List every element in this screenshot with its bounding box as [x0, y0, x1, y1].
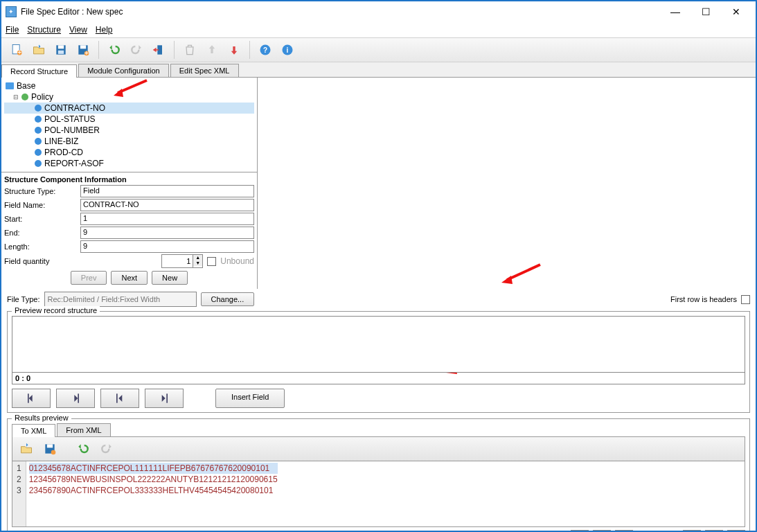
- menu-help[interactable]: Help: [96, 25, 113, 35]
- tree-policy[interactable]: ⊟Policy: [4, 91, 254, 103]
- list-icon[interactable]: [615, 530, 633, 531]
- left-pane: Base ⊟Policy CONTRACT-NO POL-STATUS POL-…: [1, 78, 258, 289]
- info-icon[interactable]: i: [278, 40, 297, 60]
- start-value[interactable]: 1: [80, 213, 254, 225]
- code-line[interactable]: 234567890ACTINFRCEPOL333333HELTHV4545454…: [29, 485, 278, 496]
- main-toolbar: + + ? i: [1, 37, 756, 62]
- annotation-arrow: [500, 263, 542, 284]
- sample-editor[interactable]: 123 012345678ACTINFRCEPOL111111LIFEPB676…: [12, 461, 745, 527]
- validate-icon[interactable]: [571, 530, 589, 531]
- tree-field[interactable]: LINE-BIZ: [4, 136, 254, 147]
- svg-text:i: i: [287, 46, 289, 54]
- save-as-icon[interactable]: +: [73, 40, 93, 60]
- move-up-result-icon[interactable]: [705, 530, 723, 531]
- next-record-button[interactable]: [56, 389, 95, 408]
- open-sample-icon[interactable]: [17, 439, 36, 459]
- change-button[interactable]: Change...: [201, 292, 255, 306]
- undo-icon[interactable]: [105, 40, 124, 60]
- next-field-button[interactable]: [145, 389, 184, 408]
- copy-icon[interactable]: [593, 530, 611, 531]
- length-value[interactable]: 9: [80, 240, 254, 253]
- svg-rect-15: [28, 393, 29, 402]
- qty-spinner[interactable]: ▲▼: [161, 254, 203, 268]
- tab-module-config[interactable]: Module Configuration: [78, 64, 169, 77]
- undo-sample-icon[interactable]: [73, 439, 93, 459]
- exit-icon[interactable]: [149, 40, 168, 60]
- preview-legend: Preview record structure: [12, 306, 100, 314]
- new-file-icon[interactable]: +: [7, 40, 26, 60]
- redo-icon[interactable]: [127, 40, 146, 60]
- tree-field[interactable]: PROD-CD: [4, 147, 254, 158]
- field-icon: [35, 149, 42, 156]
- tab-to-xml[interactable]: To XML: [12, 424, 55, 437]
- svg-rect-16: [78, 393, 79, 402]
- maximize-button[interactable]: ☐: [691, 2, 721, 21]
- results-legend: Results preview: [12, 414, 71, 422]
- tab-edit-spec-xml[interactable]: Edit Spec XML: [170, 64, 239, 77]
- svg-text:+: +: [84, 49, 89, 57]
- delete-icon[interactable]: [180, 40, 199, 60]
- blank-button[interactable]: [727, 530, 745, 531]
- help-icon[interactable]: ?: [256, 40, 275, 60]
- tree-field[interactable]: POL-NUMBER: [4, 125, 254, 136]
- save-icon[interactable]: [51, 40, 71, 60]
- save-sample-icon[interactable]: [40, 439, 60, 459]
- move-down-result-icon[interactable]: [683, 530, 701, 531]
- unbound-checkbox[interactable]: [207, 257, 216, 266]
- insert-field-button[interactable]: Insert Field: [215, 389, 285, 408]
- next-button[interactable]: Next: [111, 271, 148, 285]
- tree-root[interactable]: Base: [4, 80, 254, 91]
- svg-rect-17: [116, 393, 118, 402]
- structure-component-info: Structure Component Information Structur…: [1, 172, 257, 289]
- move-down-icon[interactable]: [224, 40, 244, 60]
- tree-label: Policy: [31, 92, 53, 102]
- tree-label: Base: [17, 81, 35, 91]
- spinner-up-icon[interactable]: ▲: [193, 255, 202, 260]
- field-icon: [35, 127, 42, 134]
- move-up-icon[interactable]: [202, 40, 222, 60]
- name-value[interactable]: CONTRACT-NO: [80, 199, 254, 211]
- filetype-input: [44, 292, 197, 307]
- first-row-checkbox[interactable]: [741, 295, 750, 304]
- sci-title: Structure Component Information: [4, 174, 254, 185]
- open-file-icon[interactable]: [29, 40, 48, 60]
- svg-rect-5: [58, 51, 64, 54]
- prev-field-button[interactable]: [100, 389, 139, 408]
- prev-button[interactable]: Prev: [71, 271, 107, 285]
- tab-record-structure[interactable]: Record Structure: [1, 64, 77, 78]
- tree-label: PROD-CD: [44, 148, 83, 157]
- tree-field[interactable]: REPORT-ASOF: [4, 158, 254, 169]
- minimize-button[interactable]: —: [660, 2, 691, 21]
- tab-from-xml[interactable]: From XML: [57, 423, 110, 436]
- close-button[interactable]: ✕: [721, 2, 751, 21]
- field-icon: [35, 116, 42, 123]
- tree-label: LINE-BIZ: [44, 136, 78, 146]
- line-gutter: 123: [12, 461, 26, 526]
- collapse-icon[interactable]: ⊟: [12, 94, 19, 100]
- structure-tree[interactable]: Base ⊟Policy CONTRACT-NO POL-STATUS POL-…: [1, 78, 257, 172]
- menu-structure[interactable]: Structure: [27, 25, 61, 35]
- menu-view[interactable]: View: [69, 25, 87, 35]
- code-line[interactable]: 123456789NEWBUSINSPOL222222ANUTYB1212121…: [29, 474, 278, 485]
- start-label: Start:: [4, 215, 80, 223]
- results-group: Results preview To XML From XML 123 0123…: [7, 418, 750, 531]
- new-button[interactable]: New: [152, 271, 188, 285]
- svg-text:?: ?: [263, 46, 267, 54]
- spinner-down-icon[interactable]: ▼: [193, 260, 202, 266]
- field-icon: [35, 138, 42, 145]
- end-value[interactable]: 9: [80, 227, 254, 239]
- preview-box: [12, 316, 745, 373]
- tree-field[interactable]: POL-STATUS: [4, 114, 254, 125]
- window-title: File Spec Editor : New spec: [21, 7, 660, 17]
- prev-record-button[interactable]: [12, 389, 51, 408]
- type-label: Structure Type:: [4, 187, 80, 195]
- code-line[interactable]: 012345678ACTINFRCEPOL111111LIFEPB6767676…: [29, 463, 278, 474]
- redo-sample-icon[interactable]: [97, 439, 116, 459]
- qty-input[interactable]: [162, 255, 193, 267]
- tree-label: CONTRACT-NO: [44, 103, 105, 113]
- tree-field[interactable]: CONTRACT-NO: [4, 103, 254, 114]
- record-icon: [21, 94, 28, 100]
- preview-status: 0 : 0: [12, 373, 745, 384]
- tree-label: POL-NUMBER: [44, 125, 100, 135]
- menu-file[interactable]: File: [6, 25, 19, 35]
